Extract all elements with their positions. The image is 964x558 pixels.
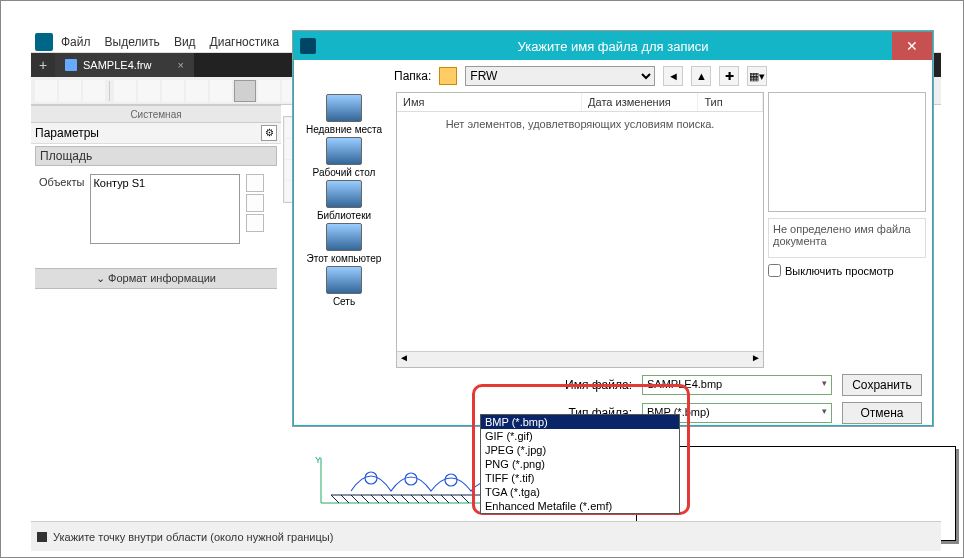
status-text: Укажите точку внутри области (около нужн… [53, 531, 333, 543]
back-icon[interactable]: ◄ [663, 66, 683, 86]
col-type[interactable]: Тип [698, 93, 763, 111]
dialog-title: Укажите имя файла для записи [517, 39, 708, 54]
tab-close-icon[interactable]: × [157, 59, 183, 71]
checkbox[interactable] [768, 264, 781, 277]
up-icon[interactable]: ▲ [691, 66, 711, 86]
obj-tool[interactable] [246, 214, 264, 232]
file-list[interactable]: Имя Дата изменения Тип Нет элементов, уд… [396, 92, 764, 368]
menu-view[interactable]: Вид [168, 33, 202, 51]
cancel-button[interactable]: Отмена [842, 402, 922, 424]
save-dialog: Укажите имя файла для записи ✕ Папка: FR… [293, 31, 933, 426]
obj-tool[interactable] [246, 174, 264, 192]
place-libraries[interactable]: Библиотеки [317, 180, 371, 221]
gear-icon[interactable]: ⚙ [261, 125, 277, 141]
doc-icon [65, 59, 77, 71]
tool-btn[interactable] [210, 80, 232, 102]
menu-file[interactable]: Файл [55, 33, 97, 51]
place-computer[interactable]: Этот компьютер [307, 223, 382, 264]
preview-text: Не определено имя файла документа [768, 218, 926, 258]
preview-image [768, 92, 926, 212]
svg-point-7 [445, 474, 457, 486]
tool-btn[interactable] [114, 80, 136, 102]
empty-message: Нет элементов, удовлетворяющих условиям … [397, 112, 763, 136]
col-date[interactable]: Дата изменения [582, 93, 698, 111]
tab-label: SAMPLE4.frw [83, 59, 151, 71]
properties-panel: Параметры ⚙ Площадь Объекты Контур S1 Фо… [31, 123, 281, 291]
view-icon[interactable]: ▦▾ [747, 66, 767, 86]
preview-pane: Не определено имя файла документа Выключ… [768, 92, 926, 368]
dialog-close-button[interactable]: ✕ [892, 32, 932, 60]
props-title: Параметры [35, 126, 99, 140]
type-option[interactable]: TIFF (*.tif) [481, 471, 679, 485]
folder-icon [439, 67, 457, 85]
save-button[interactable]: Сохранить [842, 374, 922, 396]
disable-preview-check[interactable]: Выключить просмотр [768, 264, 926, 277]
type-option[interactable]: Enhanced Metafile (*.emf) [481, 499, 679, 513]
filename-label: Имя файла: [565, 378, 632, 392]
tool-btn[interactable] [35, 80, 57, 102]
folder-label: Папка: [394, 69, 431, 83]
menu-select[interactable]: Выделить [99, 33, 166, 51]
type-option[interactable]: JPEG (*.jpg) [481, 443, 679, 457]
folder-select[interactable]: FRW [465, 66, 655, 86]
separator [109, 81, 110, 101]
type-option[interactable]: PNG (*.png) [481, 457, 679, 471]
tool-btn[interactable] [162, 80, 184, 102]
tool-btn-active[interactable] [234, 80, 256, 102]
type-option[interactable]: BMP (*.bmp) [481, 415, 679, 429]
dialog-icon [300, 38, 316, 54]
format-info-bar[interactable]: Формат информации [35, 268, 277, 289]
scrollbar-h[interactable]: ◄► [397, 351, 763, 367]
props-section: Площадь [35, 146, 277, 166]
col-name[interactable]: Имя [397, 93, 582, 111]
app-logo [35, 33, 53, 51]
document-tab[interactable]: SAMPLE4.frw × [55, 53, 194, 77]
status-flag-icon [37, 532, 47, 542]
obj-tool[interactable] [246, 194, 264, 212]
tool-btn[interactable] [83, 80, 105, 102]
new-tab-button[interactable]: + [31, 53, 55, 77]
filetype-dropdown[interactable]: BMP (*.bmp) GIF (*.gif) JPEG (*.jpg) PNG… [480, 414, 680, 514]
type-option[interactable]: TGA (*.tga) [481, 485, 679, 499]
tool-btn[interactable] [138, 80, 160, 102]
type-option[interactable]: GIF (*.gif) [481, 429, 679, 443]
objects-field[interactable]: Контур S1 [90, 174, 240, 244]
svg-point-6 [405, 473, 417, 485]
objects-label: Объекты [39, 174, 84, 244]
svg-point-5 [365, 472, 377, 484]
place-recent[interactable]: Недавние места [306, 94, 382, 135]
tool-btn[interactable] [186, 80, 208, 102]
filename-input[interactable]: SAMPLE4.bmp [642, 375, 832, 395]
place-network[interactable]: Сеть [326, 266, 362, 307]
place-desktop[interactable]: Рабочий стол [313, 137, 376, 178]
places-bar: Недавние места Рабочий стол Библиотеки Э… [294, 90, 394, 370]
dialog-titlebar: Укажите имя файла для записи ✕ [294, 32, 932, 60]
tool-btn[interactable] [258, 80, 280, 102]
svg-text:Y: Y [315, 455, 321, 465]
status-bar: Укажите точку внутри области (около нужн… [31, 521, 941, 551]
menu-diagnostics[interactable]: Диагностика [204, 33, 286, 51]
panel-system-label: Системная [31, 105, 281, 123]
tool-btn[interactable] [59, 80, 81, 102]
newfolder-icon[interactable]: ✚ [719, 66, 739, 86]
